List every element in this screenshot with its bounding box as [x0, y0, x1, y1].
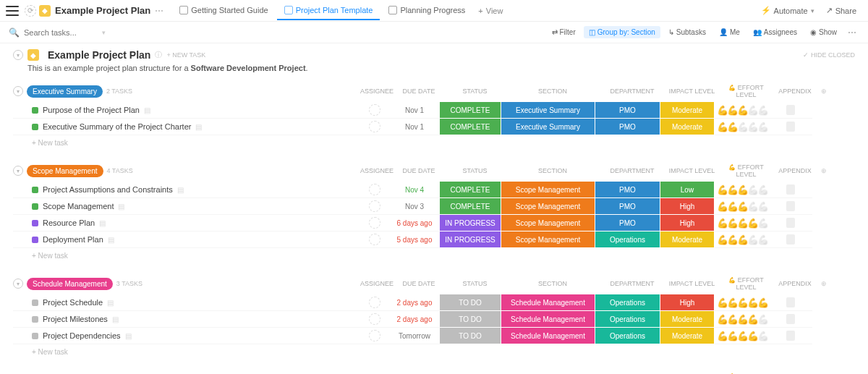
impact-cell[interactable]: Moderate: [660, 231, 715, 248]
share-button[interactable]: ↗ Share: [820, 3, 862, 18]
doc-icon[interactable]: ▤: [177, 186, 184, 194]
status-dot[interactable]: [32, 124, 38, 130]
department-cell[interactable]: PMO: [595, 182, 660, 198]
assignee-placeholder[interactable]: [369, 330, 380, 341]
status-cell[interactable]: IN PROGRESS: [440, 215, 501, 231]
new-task-button[interactable]: + NEW TASK: [166, 51, 205, 59]
status-dot[interactable]: [32, 107, 38, 114]
collapse-group-icon[interactable]: ▾: [13, 279, 23, 289]
collapse-group-icon[interactable]: ▾: [13, 86, 23, 96]
tab[interactable]: Getting Started Guide: [172, 1, 275, 20]
add-column-icon[interactable]: ⊕: [817, 167, 831, 174]
section-cell[interactable]: Schedule Management: [501, 328, 595, 344]
effort-cell[interactable]: 💪💪💪💪💪: [715, 328, 769, 344]
status-dot[interactable]: [32, 237, 38, 243]
task-name[interactable]: Purpose of the Project Plan: [43, 106, 140, 114]
impact-cell[interactable]: Moderate: [660, 119, 715, 135]
assignee-placeholder[interactable]: [369, 234, 380, 245]
due-date-cell[interactable]: 2 days ago: [389, 311, 440, 328]
department-cell[interactable]: PMO: [595, 102, 660, 119]
due-date-cell[interactable]: Nov 4: [389, 182, 440, 198]
doc-icon[interactable]: ▤: [195, 123, 202, 131]
task-name[interactable]: Project Milestones: [43, 315, 108, 323]
status-cell[interactable]: COMPLETE: [440, 182, 501, 198]
file-icon[interactable]: [786, 234, 795, 245]
assignee-placeholder[interactable]: [369, 200, 380, 212]
effort-cell[interactable]: 💪💪💪💪💪: [715, 119, 769, 135]
doc-icon[interactable]: ▤: [112, 315, 119, 323]
hamburger-icon[interactable]: [6, 6, 19, 16]
department-cell[interactable]: PMO: [595, 198, 660, 215]
assignees-button[interactable]: 👥Assignees: [748, 26, 802, 38]
department-cell[interactable]: Operations: [595, 294, 660, 311]
task-name[interactable]: Resource Plan: [43, 218, 95, 227]
section-cell[interactable]: Scope Management: [501, 215, 595, 231]
effort-cell[interactable]: 💪💪💪💪💪: [715, 311, 769, 328]
file-icon[interactable]: [786, 314, 795, 324]
department-cell[interactable]: PMO: [595, 215, 660, 231]
group-by-button[interactable]: ◫Group by: Section: [584, 26, 660, 38]
section-cell[interactable]: Scope Management: [501, 231, 595, 248]
effort-cell[interactable]: 💪💪💪💪💪: [715, 182, 769, 198]
department-cell[interactable]: Operations: [595, 311, 660, 328]
file-icon[interactable]: [786, 122, 795, 132]
doc-icon[interactable]: ▤: [107, 299, 114, 307]
add-column-icon[interactable]: ⊕: [817, 280, 831, 287]
project-title[interactable]: Example Project Plan: [55, 5, 150, 16]
status-dot[interactable]: [32, 316, 38, 323]
file-icon[interactable]: [786, 105, 795, 115]
task-name[interactable]: Project Assumptions and Constraints: [43, 185, 173, 194]
due-date-cell[interactable]: Nov 1: [389, 102, 440, 119]
status-cell[interactable]: TO DO: [440, 328, 501, 344]
section-cell[interactable]: Schedule Management: [501, 294, 595, 311]
file-icon[interactable]: [786, 184, 795, 195]
impact-cell[interactable]: Moderate: [660, 102, 715, 119]
effort-cell[interactable]: 💪💪💪💪💪: [715, 215, 769, 231]
project-more-icon[interactable]: ⋯: [155, 6, 163, 16]
assignee-placeholder[interactable]: [369, 104, 380, 116]
hide-closed-button[interactable]: ✓HIDE CLOSED: [803, 51, 855, 59]
impact-cell[interactable]: High: [660, 198, 715, 215]
chevron-down-icon[interactable]: ▾: [102, 29, 106, 36]
new-task-row[interactable]: + New task: [13, 135, 855, 150]
tab[interactable]: Project Plan Template: [277, 1, 380, 20]
status-cell[interactable]: COMPLETE: [440, 198, 501, 215]
status-cell[interactable]: TO DO: [440, 311, 501, 328]
impact-cell[interactable]: Moderate: [660, 311, 715, 328]
effort-cell[interactable]: 💪💪💪💪💪: [715, 198, 769, 215]
assignee-placeholder[interactable]: [369, 297, 380, 308]
group-badge[interactable]: Executive Summary: [27, 85, 103, 98]
effort-cell[interactable]: 💪💪💪💪💪: [715, 294, 769, 311]
due-date-cell[interactable]: Tomorrow: [389, 328, 440, 344]
task-name[interactable]: Project Dependencies: [43, 331, 121, 340]
department-cell[interactable]: Operations: [595, 328, 660, 344]
search-icon[interactable]: 🔍: [9, 27, 20, 38]
due-date-cell[interactable]: 6 days ago: [389, 215, 440, 231]
collapse-group-icon[interactable]: ▾: [13, 166, 23, 176]
department-cell[interactable]: Operations: [595, 231, 660, 248]
impact-cell[interactable]: High: [660, 215, 715, 231]
file-icon[interactable]: [786, 201, 795, 211]
file-icon[interactable]: [786, 218, 795, 228]
task-name[interactable]: Deployment Plan: [43, 235, 103, 244]
group-badge[interactable]: Scope Management: [27, 165, 103, 177]
status-cell[interactable]: IN PROGRESS: [440, 231, 501, 248]
impact-cell[interactable]: High: [660, 294, 715, 311]
automate-button[interactable]: ⚡ Automate ▾: [755, 3, 820, 18]
doc-icon[interactable]: ▤: [108, 236, 114, 244]
impact-cell[interactable]: Low: [660, 182, 715, 198]
show-button[interactable]: ◉Show: [805, 26, 842, 38]
status-dot[interactable]: [32, 187, 38, 193]
subtasks-button[interactable]: ↳Subtasks: [663, 26, 711, 38]
doc-icon[interactable]: ▤: [118, 203, 124, 211]
effort-cell[interactable]: 💪💪💪💪💪: [715, 102, 769, 119]
tab[interactable]: Planning Progress: [381, 1, 472, 20]
status-dot[interactable]: [32, 333, 38, 339]
doc-icon[interactable]: ▤: [125, 332, 132, 340]
section-cell[interactable]: Scope Management: [501, 182, 595, 198]
search-input[interactable]: [24, 28, 96, 37]
doc-icon[interactable]: ▤: [144, 106, 150, 114]
status-dot[interactable]: [32, 299, 38, 306]
status-dot[interactable]: [32, 203, 38, 210]
status-cell[interactable]: TO DO: [440, 294, 501, 311]
